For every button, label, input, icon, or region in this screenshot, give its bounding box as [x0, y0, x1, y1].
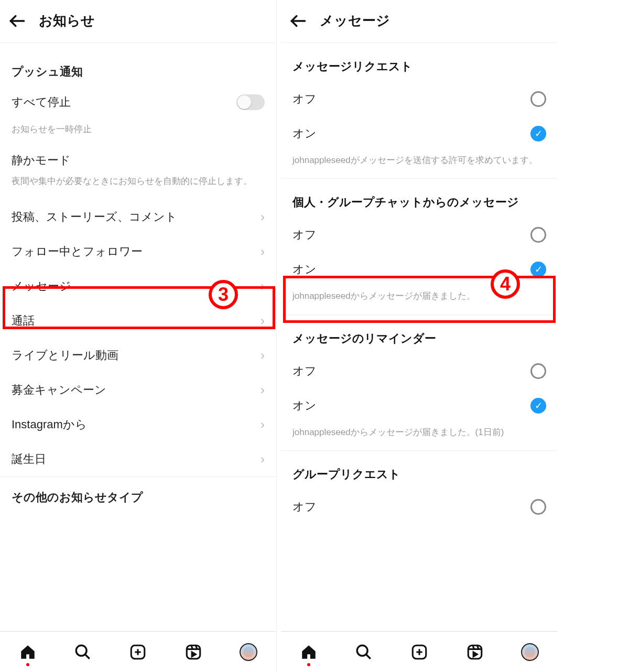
- messages-settings-screen: メッセージ メッセージリクエスト オフ オン ✓ johnappleseedがメ…: [281, 0, 558, 672]
- pause-all-toggle[interactable]: [236, 94, 265, 110]
- nav-fundraiser[interactable]: 募金キャンペーン ›: [0, 373, 276, 407]
- notification-dot: [26, 663, 29, 666]
- nav-label: 誕生日: [12, 451, 46, 467]
- add-post-icon[interactable]: [410, 643, 428, 661]
- svg-point-0: [76, 645, 86, 656]
- nav-following-followers[interactable]: フォロー中とフォロワー ›: [0, 234, 276, 269]
- section-group-request: グループリクエスト: [281, 451, 558, 490]
- radio-on-label: オン: [292, 262, 317, 277]
- callout-4-icon: 4: [491, 269, 520, 299]
- msg-request-on-row[interactable]: オン ✓: [281, 116, 558, 151]
- reminder-hint: johnappleseedからメッセージが届きました。(1日前): [281, 423, 558, 451]
- home-icon[interactable]: [19, 643, 37, 661]
- profile-avatar[interactable]: [240, 643, 257, 661]
- back-icon[interactable]: [288, 11, 308, 31]
- quiet-hint: 夜間や集中が必要なときにお知らせを自動的に停止します。: [0, 171, 276, 200]
- section-personal-group: 個人・グループチャットからのメッセージ: [281, 179, 558, 218]
- header: お知らせ: [0, 0, 276, 43]
- content-scroll: メッセージリクエスト オフ オン ✓ johnappleseedがメッセージを送…: [281, 43, 558, 631]
- nav-posts-stories[interactable]: 投稿、ストーリーズ、コメント ›: [0, 200, 276, 234]
- radio-unchecked-icon[interactable]: [530, 91, 546, 107]
- quiet-mode-row[interactable]: 静かモード: [0, 143, 276, 171]
- nav-label: メッセージ: [12, 278, 71, 294]
- section-push-label: プッシュ通知: [0, 43, 276, 85]
- radio-unchecked-icon[interactable]: [530, 363, 546, 379]
- radio-off-label: オフ: [292, 227, 317, 243]
- pause-all-label: すべて停止: [12, 94, 71, 110]
- reels-icon[interactable]: [466, 643, 484, 661]
- chevron-right-icon: ›: [261, 348, 265, 363]
- section-reminder: メッセージのリマインダー: [281, 315, 558, 354]
- chevron-right-icon: ›: [261, 210, 265, 224]
- chevron-right-icon: ›: [261, 417, 265, 432]
- nav-calls[interactable]: 通話 ›: [0, 304, 276, 338]
- chevron-right-icon: ›: [261, 383, 265, 397]
- nav-birthdays[interactable]: 誕生日 ›: [0, 442, 276, 476]
- nav-label: ライブとリール動画: [12, 348, 118, 363]
- radio-on-label: オン: [292, 398, 317, 414]
- svg-point-3: [357, 645, 368, 656]
- page-title: メッセージ: [320, 12, 390, 30]
- nav-label: 投稿、ストーリーズ、コメント: [12, 209, 177, 225]
- search-icon[interactable]: [74, 643, 92, 661]
- nav-label: 募金キャンペーン: [12, 382, 106, 398]
- radio-off-label: オフ: [292, 363, 317, 379]
- msg-request-off-row[interactable]: オフ: [281, 82, 558, 116]
- nav-label: 通話: [12, 313, 35, 329]
- add-post-icon[interactable]: [129, 643, 147, 661]
- bottom-nav: [281, 631, 558, 672]
- pause-hint: お知らせを一時停止: [0, 120, 276, 143]
- chevron-right-icon: ›: [261, 244, 265, 259]
- pause-all-row[interactable]: すべて停止: [0, 85, 276, 120]
- header: メッセージ: [281, 0, 558, 43]
- reels-icon[interactable]: [185, 643, 202, 661]
- chevron-right-icon: ›: [261, 313, 265, 328]
- home-icon[interactable]: [300, 643, 318, 661]
- group-request-off-row[interactable]: オフ: [281, 490, 558, 524]
- notifications-settings-screen: お知らせ プッシュ通知 すべて停止 お知らせを一時停止 静かモード 夜間や集中が…: [0, 0, 277, 672]
- profile-avatar[interactable]: [521, 643, 539, 661]
- page-title: お知らせ: [39, 12, 95, 30]
- section-other-label: その他のお知らせタイプ: [0, 477, 276, 511]
- search-icon[interactable]: [355, 643, 373, 661]
- radio-off-label: オフ: [292, 91, 317, 107]
- radio-checked-icon[interactable]: ✓: [530, 126, 546, 142]
- radio-unchecked-icon[interactable]: [530, 227, 546, 243]
- bottom-nav: [0, 631, 276, 672]
- notification-dot: [307, 663, 310, 666]
- content-scroll: プッシュ通知 すべて停止 お知らせを一時停止 静かモード 夜間や集中が必要なとき…: [0, 43, 276, 631]
- nav-from-instagram[interactable]: Instagramから ›: [0, 407, 276, 442]
- section-message-requests: メッセージリクエスト: [281, 43, 558, 82]
- back-icon[interactable]: [7, 11, 27, 31]
- personal-group-off-row[interactable]: オフ: [281, 218, 558, 252]
- chevron-right-icon: ›: [261, 452, 265, 467]
- callout-3-icon: 3: [209, 280, 238, 309]
- radio-checked-icon[interactable]: ✓: [530, 262, 546, 277]
- chevron-right-icon: ›: [261, 279, 265, 294]
- radio-unchecked-icon[interactable]: [530, 499, 546, 515]
- nav-live-reels[interactable]: ライブとリール動画 ›: [0, 338, 276, 373]
- nav-label: フォロー中とフォロワー: [12, 244, 143, 259]
- msg-request-hint: johnappleseedがメッセージを送信する許可を求めています。: [281, 151, 558, 179]
- quiet-mode-label: 静かモード: [12, 153, 71, 168]
- reminder-on-row[interactable]: オン ✓: [281, 388, 558, 423]
- radio-off-label: オフ: [292, 499, 317, 515]
- nav-label: Instagramから: [12, 417, 87, 432]
- radio-on-label: オン: [292, 126, 317, 142]
- reminder-off-row[interactable]: オフ: [281, 354, 558, 388]
- radio-checked-icon[interactable]: ✓: [530, 398, 546, 414]
